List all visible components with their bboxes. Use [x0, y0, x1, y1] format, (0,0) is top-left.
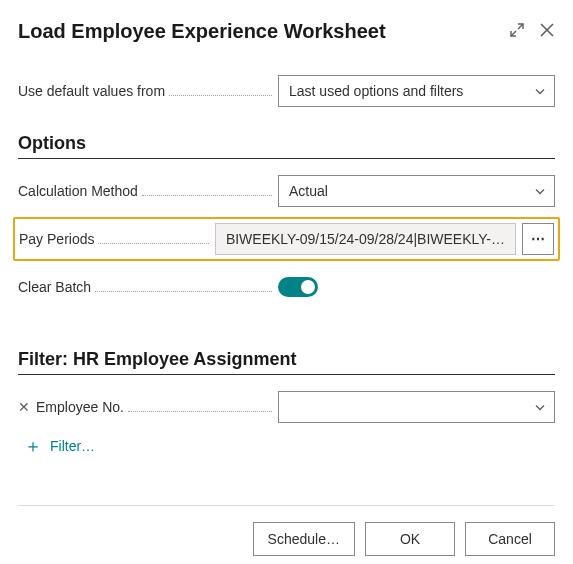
calc-method-value: Actual	[289, 183, 328, 199]
pay-periods-input[interactable]: BIWEEKLY-09/15/24-09/28/24|BIWEEKLY-…	[215, 223, 516, 255]
defaults-value: Last used options and filters	[289, 83, 463, 99]
clear-batch-label: Clear Batch	[18, 279, 278, 296]
cancel-button[interactable]: Cancel	[465, 522, 555, 556]
ok-button[interactable]: OK	[365, 522, 455, 556]
chevron-down-icon	[534, 401, 546, 417]
defaults-label: Use default values from	[18, 83, 278, 100]
employee-no-input[interactable]	[278, 391, 555, 423]
dialog-title: Load Employee Experience Worksheet	[18, 20, 386, 43]
ellipsis-icon: ⋯	[531, 231, 546, 247]
pay-periods-row: Pay Periods BIWEEKLY-09/15/24-09/28/24|B…	[13, 217, 560, 261]
options-heading: Options	[18, 133, 555, 159]
employee-no-label: ✕ Employee No.	[18, 399, 278, 416]
add-filter-label: Filter…	[50, 438, 95, 454]
pay-periods-lookup-button[interactable]: ⋯	[522, 223, 554, 255]
pay-periods-label: Pay Periods	[19, 231, 215, 248]
calc-method-label: Calculation Method	[18, 183, 278, 200]
clear-batch-toggle[interactable]	[278, 277, 318, 297]
expand-icon[interactable]	[509, 22, 525, 41]
plus-icon: ＋	[24, 437, 42, 455]
filter-heading: Filter: HR Employee Assignment	[18, 349, 555, 375]
defaults-select[interactable]: Last used options and filters	[278, 75, 555, 107]
add-filter-button[interactable]: ＋ Filter…	[24, 437, 555, 455]
close-icon[interactable]	[539, 22, 555, 41]
pay-periods-value: BIWEEKLY-09/15/24-09/28/24|BIWEEKLY-…	[226, 231, 505, 247]
remove-filter-icon[interactable]: ✕	[18, 399, 30, 415]
schedule-button[interactable]: Schedule…	[253, 522, 355, 556]
chevron-down-icon	[534, 85, 546, 101]
chevron-down-icon	[534, 185, 546, 201]
calc-method-select[interactable]: Actual	[278, 175, 555, 207]
